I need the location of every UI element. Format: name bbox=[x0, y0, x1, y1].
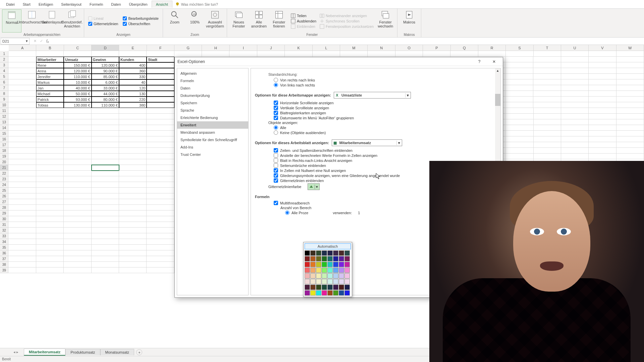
cell[interactable] bbox=[147, 108, 174, 114]
cell[interactable] bbox=[147, 74, 174, 79]
color-swatch[interactable] bbox=[305, 279, 310, 284]
row-header[interactable]: 34 bbox=[0, 239, 8, 245]
tab-ansicht[interactable]: Ansicht bbox=[152, 1, 172, 8]
cell[interactable]: Patrick bbox=[36, 97, 64, 102]
view-custom[interactable]: Benutzerdef. Ansichten bbox=[62, 9, 82, 33]
row-header[interactable]: 25 bbox=[0, 188, 8, 193]
color-swatch[interactable] bbox=[310, 273, 316, 279]
chk-ueberschriften[interactable]: Überschriften bbox=[123, 22, 159, 26]
col-header-R[interactable]: R bbox=[478, 45, 506, 51]
color-swatch[interactable] bbox=[310, 256, 316, 261]
dialog-help-button[interactable]: ? bbox=[473, 58, 485, 65]
radio-r2l[interactable]: Von rechts nach links bbox=[274, 78, 496, 82]
row-header[interactable]: 35 bbox=[0, 245, 8, 250]
cell[interactable] bbox=[119, 193, 147, 199]
row-header[interactable]: 2 bbox=[0, 57, 8, 62]
cell[interactable] bbox=[589, 142, 616, 148]
add-sheet-button[interactable]: ＋ bbox=[136, 349, 142, 355]
chk-bearbeitungsleiste[interactable]: Bearbeitungsleiste bbox=[123, 16, 159, 20]
cell[interactable] bbox=[533, 62, 561, 68]
dialog-nav-item[interactable]: Speichern bbox=[177, 99, 248, 107]
dialog-titlebar[interactable]: Excel-Optionen ? ✕ bbox=[175, 57, 503, 66]
cell[interactable] bbox=[8, 222, 36, 228]
cell[interactable] bbox=[147, 148, 174, 154]
cell[interactable] bbox=[36, 199, 64, 205]
cell[interactable] bbox=[147, 188, 174, 193]
cell[interactable] bbox=[119, 154, 147, 159]
cell[interactable] bbox=[561, 57, 589, 62]
chk-hscroll[interactable]: Horizontale Scrollleiste anzeigen bbox=[274, 101, 496, 105]
tab-daten[interactable]: Daten bbox=[107, 1, 125, 8]
cell[interactable] bbox=[561, 85, 589, 91]
cell[interactable] bbox=[589, 57, 616, 62]
cell[interactable] bbox=[616, 62, 644, 68]
tab-formeln[interactable]: Formeln bbox=[86, 1, 107, 8]
cell[interactable] bbox=[561, 148, 589, 154]
cell[interactable] bbox=[147, 182, 174, 188]
color-swatch[interactable] bbox=[333, 267, 338, 273]
cell[interactable]: 120.000 € bbox=[92, 62, 119, 68]
color-swatch[interactable] bbox=[316, 250, 321, 256]
cell[interactable] bbox=[616, 148, 644, 154]
cell[interactable] bbox=[147, 119, 174, 125]
cell[interactable]: Michael bbox=[36, 91, 64, 97]
cell[interactable] bbox=[36, 125, 64, 131]
row-header[interactable]: 22 bbox=[0, 171, 8, 176]
cell[interactable]: Stadt bbox=[147, 57, 174, 62]
cell[interactable]: Kunden bbox=[119, 57, 147, 62]
cell[interactable] bbox=[8, 119, 36, 125]
zoom-selection[interactable]: Auswahl vergrößern bbox=[205, 9, 225, 33]
row-header[interactable]: 23 bbox=[0, 176, 8, 182]
cell[interactable]: Mitarbeiter bbox=[36, 57, 64, 62]
cell[interactable] bbox=[92, 245, 119, 250]
color-swatch[interactable] bbox=[344, 267, 350, 273]
cell[interactable] bbox=[8, 57, 36, 62]
cell[interactable] bbox=[36, 256, 64, 262]
cell[interactable] bbox=[8, 188, 36, 193]
cell[interactable] bbox=[92, 228, 119, 233]
dialog-nav-item[interactable]: Daten bbox=[177, 84, 248, 92]
cell[interactable] bbox=[92, 205, 119, 210]
cell[interactable] bbox=[36, 267, 64, 273]
cell[interactable] bbox=[616, 108, 644, 114]
sheet-tab-3[interactable]: Monatsumsatz bbox=[100, 349, 135, 355]
cell[interactable]: 120 bbox=[119, 85, 147, 91]
row-header[interactable]: 30 bbox=[0, 216, 8, 222]
cell[interactable] bbox=[534, 136, 561, 142]
row-header[interactable]: 7 bbox=[0, 85, 8, 91]
cell[interactable] bbox=[64, 119, 91, 125]
color-automatic[interactable]: Automatisch bbox=[305, 243, 351, 249]
col-header-O[interactable]: O bbox=[395, 45, 423, 51]
cell[interactable] bbox=[147, 102, 174, 108]
cell[interactable] bbox=[92, 136, 119, 142]
col-header-C[interactable]: C bbox=[64, 45, 92, 51]
cell[interactable] bbox=[36, 136, 64, 142]
cell[interactable] bbox=[147, 262, 174, 267]
cell[interactable]: 130.000 € bbox=[64, 102, 91, 108]
cell[interactable] bbox=[36, 148, 64, 154]
row-header[interactable]: 28 bbox=[0, 205, 8, 210]
cell[interactable] bbox=[147, 62, 174, 68]
col-header-M[interactable]: M bbox=[340, 45, 368, 51]
cell[interactable]: 400 bbox=[119, 62, 147, 68]
zoom-button[interactable]: Zoom bbox=[165, 9, 184, 33]
cell[interactable] bbox=[534, 119, 561, 125]
cell[interactable] bbox=[92, 239, 119, 245]
cell[interactable] bbox=[64, 125, 91, 131]
cell[interactable] bbox=[506, 148, 533, 154]
cell[interactable] bbox=[8, 136, 36, 142]
cell[interactable] bbox=[147, 91, 174, 97]
cell[interactable] bbox=[147, 267, 174, 273]
cell[interactable] bbox=[561, 108, 589, 114]
gridcolor-button[interactable]: ▾ bbox=[308, 183, 320, 190]
zoom-100[interactable]: 100 100% bbox=[185, 9, 205, 33]
cell[interactable] bbox=[147, 256, 174, 262]
cell[interactable] bbox=[506, 131, 533, 136]
cell[interactable] bbox=[92, 210, 119, 216]
col-header-J[interactable]: J bbox=[257, 45, 285, 51]
cell[interactable] bbox=[561, 51, 589, 57]
cell[interactable] bbox=[506, 51, 533, 57]
cell[interactable] bbox=[64, 114, 91, 119]
cell[interactable]: 220 bbox=[119, 97, 147, 102]
color-swatch[interactable] bbox=[339, 256, 344, 261]
